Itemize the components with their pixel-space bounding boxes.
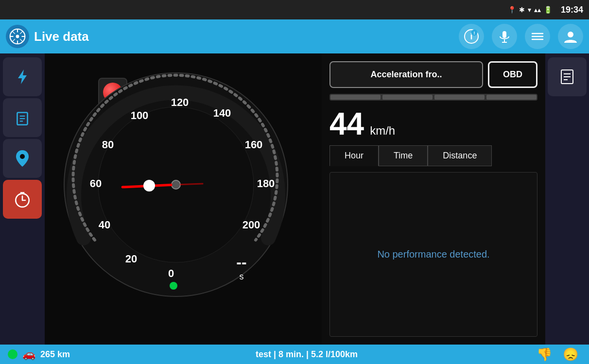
- svg-point-43: [143, 180, 155, 191]
- signal-icon: ▴▴: [534, 6, 541, 14]
- svg-point-45: [170, 282, 177, 290]
- no-performance-text: No performance detected.: [377, 249, 489, 260]
- header: Live data i !: [0, 19, 589, 53]
- menu-button[interactable]: [525, 24, 550, 49]
- obd-button[interactable]: OBD: [488, 61, 537, 88]
- trip-info: test | 8 min. | 5.2 l/100km: [85, 349, 529, 360]
- speed-value: 44: [329, 108, 364, 139]
- svg-point-44: [172, 181, 180, 189]
- svg-text:!: !: [474, 31, 475, 35]
- svg-text:200: 200: [243, 219, 260, 231]
- right-sidebar: [545, 53, 589, 345]
- svg-text:40: 40: [99, 219, 110, 231]
- page-title: Live data: [34, 29, 454, 44]
- svg-text:100: 100: [131, 109, 149, 121]
- speed-display: 44 km/h: [329, 108, 537, 139]
- bluetooth-icon: ✱: [519, 6, 525, 14]
- notes-button[interactable]: [548, 57, 587, 96]
- car-icon: 🚗: [22, 348, 35, 361]
- svg-rect-10: [502, 31, 506, 38]
- status-icons: 📍 ✱ ▾ ▴▴ 🔋: [508, 6, 552, 14]
- svg-point-16: [568, 32, 573, 37]
- tab-distance[interactable]: Distance: [428, 145, 492, 166]
- info-button[interactable]: i !: [459, 24, 484, 49]
- progress-segment-4: [486, 95, 537, 100]
- svg-text:140: 140: [213, 107, 231, 119]
- thumbs-down-button[interactable]: 👎: [534, 346, 555, 363]
- wifi-icon: ▾: [528, 6, 531, 14]
- right-panel: Acceleration fro.. OBD 44 km/h Hour Time…: [322, 53, 545, 345]
- tab-hour[interactable]: Hour: [329, 145, 379, 166]
- results-area: No performance detected.: [329, 172, 537, 337]
- sidebar-item-clipboard[interactable]: [3, 98, 42, 137]
- svg-line-42: [176, 184, 203, 185]
- svg-text:160: 160: [245, 139, 263, 151]
- center-content: (() => { // We'll draw dots as static SV…: [45, 53, 545, 345]
- svg-text:120: 120: [171, 96, 189, 108]
- profile-button[interactable]: [558, 24, 583, 49]
- main-content: (() => { // We'll draw dots as static SV…: [0, 53, 589, 345]
- progress-segment-2: [382, 95, 433, 100]
- distance-display: 265 km: [40, 349, 70, 360]
- sidebar-item-timer[interactable]: [3, 180, 42, 219]
- svg-marker-17: [18, 69, 27, 84]
- battery-icon: 🔋: [544, 6, 552, 14]
- svg-text:s: s: [240, 272, 244, 281]
- progress-area: [329, 94, 537, 101]
- status-time: 19:34: [561, 5, 583, 15]
- left-sidebar: [0, 53, 45, 345]
- svg-point-22: [20, 154, 25, 159]
- status-bar: 📍 ✱ ▾ ▴▴ 🔋 19:34: [0, 0, 589, 19]
- tab-time[interactable]: Time: [379, 145, 428, 166]
- progress-segment-3: [434, 95, 485, 100]
- speedometer-area: (() => { // We'll draw dots as static SV…: [45, 53, 322, 345]
- progress-segment-1: [330, 95, 381, 100]
- sidebar-item-flash[interactable]: [3, 57, 42, 96]
- svg-text:60: 60: [90, 177, 102, 190]
- app-icon: [6, 25, 29, 48]
- sad-face-icon: 😞: [563, 347, 578, 362]
- svg-text:80: 80: [102, 139, 114, 151]
- speed-unit: km/h: [370, 124, 395, 138]
- connection-indicator: [8, 349, 17, 359]
- sidebar-item-location[interactable]: [3, 139, 42, 178]
- tabs-container: Hour Time Distance: [329, 145, 537, 166]
- location-status-icon: 📍: [508, 6, 516, 14]
- svg-text:0: 0: [168, 267, 174, 279]
- header-actions: i !: [459, 24, 583, 49]
- thumbs-down-icon: 👎: [537, 347, 552, 362]
- svg-point-1: [16, 35, 19, 38]
- mic-button[interactable]: [492, 24, 517, 49]
- speedometer-gauge: (() => { // We'll draw dots as static SV…: [59, 68, 293, 301]
- top-buttons: Acceleration fro.. OBD: [329, 61, 537, 88]
- svg-text:20: 20: [125, 253, 137, 265]
- acceleration-button[interactable]: Acceleration fro..: [329, 61, 483, 88]
- bottom-bar: 🚗 265 km test | 8 min. | 5.2 l/100km 👎 😞: [0, 345, 589, 364]
- svg-text:180: 180: [257, 177, 275, 190]
- svg-text:--: --: [236, 253, 246, 271]
- sad-face-button[interactable]: 😞: [560, 346, 581, 363]
